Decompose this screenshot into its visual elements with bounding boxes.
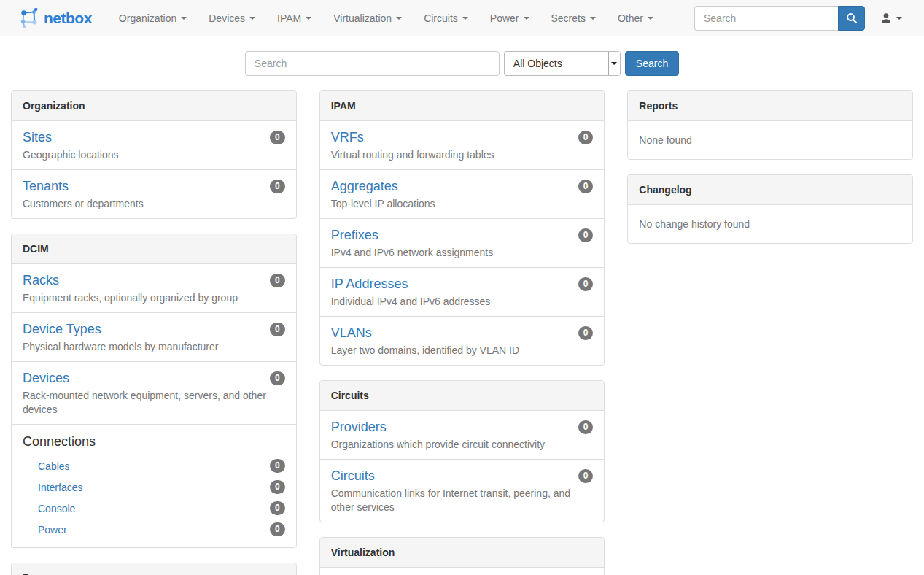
select-arrow-icon: [608, 52, 620, 75]
chevron-down-icon: [648, 17, 653, 20]
link-power-connections[interactable]: Power: [38, 524, 67, 536]
menu-label: Devices: [209, 12, 245, 24]
navbar-search-input[interactable]: [694, 6, 838, 31]
search-icon: [846, 12, 858, 24]
list-item: 0 VLANs Layer two domains, identified by…: [320, 316, 605, 365]
navbar-search-form: [694, 6, 865, 31]
count-badge: 0: [578, 228, 594, 242]
menu-label: Other: [618, 12, 643, 24]
panel-title: Circuits: [320, 381, 605, 411]
link-devices[interactable]: Devices: [23, 370, 69, 386]
panel-virtualization: Virtualization 0 Clusters: [319, 537, 605, 575]
menu-label: Virtualization: [333, 12, 392, 24]
count-badge: 0: [270, 323, 285, 336]
count-badge: 0: [270, 180, 285, 193]
list-item: 0 VRFs Virtual routing and forwarding ta…: [320, 121, 605, 169]
item-description: Layer two domains, identified by VLAN ID: [331, 344, 594, 358]
chevron-down-icon: [249, 17, 255, 20]
menu-virtualization[interactable]: Virtualization: [322, 0, 413, 36]
list-item: Power 0: [23, 519, 285, 540]
link-sites[interactable]: Sites: [23, 129, 52, 145]
menu-devices[interactable]: Devices: [198, 0, 266, 36]
item-description: Geographic locations: [23, 148, 285, 162]
list-item: 0 Racks Equipment racks, optionally orga…: [12, 264, 296, 312]
navbar-search-button[interactable]: [838, 6, 865, 31]
connections-heading: Connections: [23, 433, 285, 449]
empty-state-text: No change history found: [628, 205, 912, 243]
chevron-down-icon: [590, 17, 596, 20]
panel-circuits: Circuits 0 Providers Organizations which…: [319, 380, 605, 522]
item-description: Individual IPv4 and IPv6 addresses: [331, 295, 594, 309]
link-interfaces[interactable]: Interfaces: [38, 482, 82, 493]
menu-label: Circuits: [424, 12, 458, 24]
item-description: Communication links for Internet transit…: [331, 487, 594, 514]
count-badge: 0: [578, 326, 594, 340]
list-item: Interfaces 0: [23, 476, 285, 498]
item-description: Top-level IP allocations: [331, 197, 594, 211]
chevron-down-icon: [896, 17, 902, 20]
list-item: Cables 0: [23, 455, 285, 476]
count-badge: 0: [270, 459, 285, 473]
main-menu: Organization Devices IPAM Virtualization…: [108, 0, 664, 36]
menu-organization[interactable]: Organization: [108, 0, 198, 36]
link-device-types[interactable]: Device Types: [23, 321, 101, 337]
global-search-input[interactable]: [245, 51, 500, 76]
item-description: Organizations which provide circuit conn…: [331, 438, 594, 452]
link-providers[interactable]: Providers: [331, 419, 387, 435]
panel-title: DCIM: [12, 234, 296, 264]
count-badge: 0: [578, 131, 594, 144]
list-item: 0 Prefixes IPv4 and IPv6 network assignm…: [320, 218, 605, 267]
link-tenants[interactable]: Tenants: [23, 178, 69, 194]
connections-section: Connections Cables 0 Interfaces 0 Consol…: [12, 424, 296, 547]
link-circuits[interactable]: Circuits: [331, 468, 375, 484]
search-scope-select[interactable]: All Objects: [504, 51, 621, 76]
link-prefixes[interactable]: Prefixes: [331, 227, 378, 243]
count-badge: 0: [578, 277, 594, 291]
count-badge: 0: [578, 180, 594, 193]
global-search-bar: All Objects Search: [0, 51, 924, 76]
link-vrfs[interactable]: VRFs: [331, 129, 364, 145]
column-middle: IPAM 0 VRFs Virtual routing and forwardi…: [319, 90, 605, 575]
link-console[interactable]: Console: [38, 503, 75, 514]
list-item: 0 IP Addresses Individual IPv4 and IPv6 …: [320, 267, 605, 316]
count-badge: 0: [270, 274, 285, 288]
menu-circuits[interactable]: Circuits: [413, 0, 479, 36]
column-left: Organization 0 Sites Geographic location…: [11, 90, 297, 575]
chevron-down-icon: [306, 17, 311, 20]
panel-title: Power: [12, 563, 296, 575]
selected-scope: All Objects: [505, 58, 562, 69]
list-item: Console 0: [23, 498, 285, 519]
chevron-down-icon: [462, 17, 468, 20]
panel-organization: Organization 0 Sites Geographic location…: [11, 90, 297, 219]
count-badge: 0: [578, 420, 594, 434]
link-aggregates[interactable]: Aggregates: [331, 178, 398, 194]
panel-title: Organization: [12, 91, 296, 121]
link-ip-addresses[interactable]: IP Addresses: [331, 276, 408, 292]
menu-label: Organization: [119, 12, 176, 24]
item-description: Customers or departments: [23, 197, 285, 211]
chevron-down-icon: [396, 17, 402, 20]
empty-state-text: None found: [628, 121, 912, 159]
link-cables[interactable]: Cables: [38, 460, 70, 472]
item-description: Physical hardware models by manufacturer: [23, 340, 285, 354]
menu-label: Secrets: [551, 12, 586, 24]
link-racks[interactable]: Racks: [23, 272, 59, 288]
menu-secrets[interactable]: Secrets: [540, 0, 607, 36]
user-menu[interactable]: [877, 12, 906, 24]
item-description: Virtual routing and forwarding tables: [331, 148, 594, 162]
list-item: 0 Devices Rack-mounted network equipment…: [12, 361, 296, 424]
count-badge: 0: [270, 501, 285, 515]
user-icon: [880, 12, 892, 24]
item-description: IPv4 and IPv6 network assignments: [331, 246, 594, 260]
menu-power[interactable]: Power: [479, 0, 540, 36]
list-item: 0 Clusters: [320, 568, 605, 575]
netbox-logo[interactable]: netbox: [18, 0, 92, 36]
list-item: 0 Providers Organizations which provide …: [320, 411, 605, 459]
menu-ipam[interactable]: IPAM: [266, 0, 322, 36]
count-badge: 0: [578, 469, 594, 483]
link-vlans[interactable]: VLANs: [331, 325, 372, 341]
count-badge: 0: [270, 480, 285, 494]
brand-name: netbox: [44, 9, 92, 27]
menu-other[interactable]: Other: [607, 0, 664, 36]
global-search-button[interactable]: Search: [625, 51, 679, 76]
